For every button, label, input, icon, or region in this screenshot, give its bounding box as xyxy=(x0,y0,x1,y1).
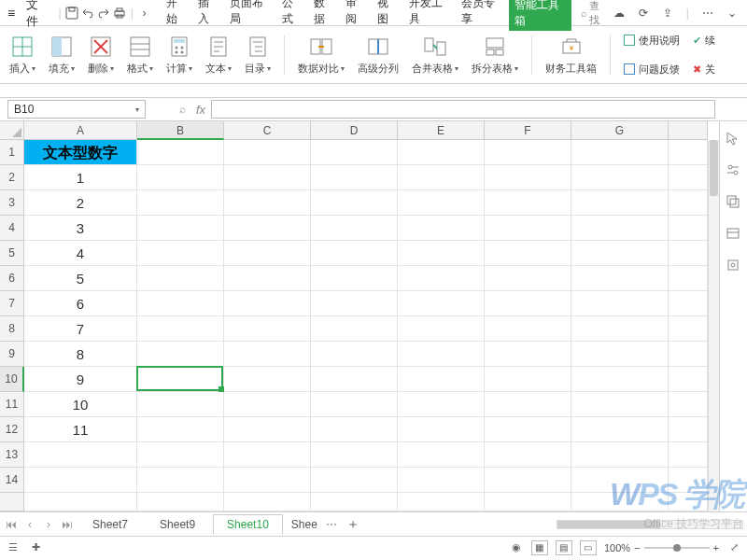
cell[interactable] xyxy=(224,342,311,367)
ribbon-split-col[interactable]: 高级分列 xyxy=(354,34,402,76)
cell-B1[interactable] xyxy=(137,140,224,165)
cell[interactable] xyxy=(398,190,485,216)
cell[interactable] xyxy=(224,266,311,291)
cell[interactable] xyxy=(571,291,669,316)
cell[interactable] xyxy=(311,493,398,511)
tab-layout[interactable]: 页面布局 xyxy=(224,0,276,31)
cell[interactable] xyxy=(137,190,224,216)
ribbon-text[interactable]: 文本▾ xyxy=(202,34,235,76)
tab-smart-toolbox[interactable]: 智能工具箱 xyxy=(509,0,571,31)
cell-A1[interactable]: 文本型数字 xyxy=(24,140,137,165)
sync-icon[interactable]: ⟳ xyxy=(636,6,651,21)
cell[interactable] xyxy=(137,241,224,266)
row-header-2[interactable]: 2 xyxy=(0,165,24,190)
redo-icon[interactable] xyxy=(97,6,111,21)
sheet-tab[interactable]: Sheet7 xyxy=(78,514,142,535)
eye-icon[interactable]: ◉ xyxy=(509,540,524,555)
dropdown-icon[interactable]: ⌄ xyxy=(725,6,740,21)
cell[interactable] xyxy=(137,216,224,241)
feedback-link[interactable]: 问题反馈 xyxy=(624,57,680,82)
cell[interactable] xyxy=(669,493,708,511)
zoom-slider[interactable] xyxy=(644,547,710,549)
ribbon-fill[interactable]: 填充▾ xyxy=(45,34,78,76)
cell[interactable] xyxy=(485,442,571,468)
cell[interactable] xyxy=(224,241,311,266)
cell[interactable] xyxy=(571,417,669,442)
cell[interactable] xyxy=(485,468,571,493)
cell[interactable] xyxy=(137,468,224,493)
cell[interactable] xyxy=(311,468,398,493)
cell[interactable] xyxy=(398,468,485,493)
row-header-13[interactable]: 13 xyxy=(0,442,24,468)
row-header-9[interactable]: 9 xyxy=(0,342,24,367)
cell[interactable] xyxy=(485,266,571,291)
layers-icon[interactable] xyxy=(726,194,742,211)
cell[interactable] xyxy=(398,342,485,367)
row-header-1[interactable]: 1 xyxy=(0,140,24,165)
cell[interactable] xyxy=(669,316,708,342)
save-icon[interactable] xyxy=(65,6,79,21)
cell-C1[interactable] xyxy=(224,140,311,165)
cell[interactable] xyxy=(137,442,224,468)
col-header-F[interactable]: F xyxy=(485,121,571,140)
cell[interactable] xyxy=(669,241,708,266)
cell[interactable] xyxy=(311,266,398,291)
cell[interactable] xyxy=(311,367,398,392)
cursor-icon[interactable] xyxy=(726,131,742,147)
cell[interactable] xyxy=(398,291,485,316)
hamburger-icon[interactable]: ≡ xyxy=(4,6,19,21)
sheet-tab[interactable]: Sheet9 xyxy=(146,514,209,535)
cell[interactable] xyxy=(224,468,311,493)
cell[interactable] xyxy=(571,442,669,468)
cloud-icon[interactable]: ☁ xyxy=(612,6,627,21)
formula-input[interactable] xyxy=(211,100,715,119)
cell[interactable] xyxy=(224,190,311,216)
cell[interactable] xyxy=(485,392,571,417)
more-icon[interactable]: ⋯ xyxy=(700,6,715,21)
cell[interactable] xyxy=(224,442,311,468)
zoom-out[interactable]: − xyxy=(634,542,640,553)
cell[interactable] xyxy=(311,316,398,342)
vertical-scrollbar[interactable] xyxy=(708,140,719,511)
row-header-6[interactable]: 6 xyxy=(0,266,24,291)
chevron-down-icon[interactable]: ▾ xyxy=(135,105,139,114)
cell[interactable] xyxy=(669,266,708,291)
zoom-slider-thumb[interactable] xyxy=(673,544,681,552)
cell[interactable] xyxy=(398,367,485,392)
view-page[interactable]: ▤ xyxy=(556,540,572,555)
sheet-tab[interactable]: Shee xyxy=(287,514,322,535)
col-header-B[interactable]: B xyxy=(137,121,224,140)
tab-data[interactable]: 数据 xyxy=(308,0,340,31)
ribbon-merge-table[interactable]: 合并表格▾ xyxy=(408,34,462,76)
cell-A8[interactable]: 7 xyxy=(24,316,137,342)
cell[interactable] xyxy=(485,367,571,392)
list-icon[interactable]: ☰ xyxy=(6,540,21,555)
cell[interactable] xyxy=(571,367,669,392)
cell[interactable] xyxy=(485,417,571,442)
cell[interactable] xyxy=(571,392,669,417)
cell[interactable] xyxy=(485,316,571,342)
cell[interactable] xyxy=(669,392,708,417)
name-box[interactable]: B10 ▾ xyxy=(7,100,146,119)
cell[interactable] xyxy=(311,241,398,266)
cell[interactable] xyxy=(224,316,311,342)
cell[interactable] xyxy=(24,442,137,468)
col-header-E[interactable]: E xyxy=(398,121,485,140)
cell[interactable] xyxy=(311,216,398,241)
cell[interactable] xyxy=(137,392,224,417)
close-link[interactable]: ✖关 xyxy=(693,57,715,82)
cell[interactable] xyxy=(669,165,708,190)
cell[interactable] xyxy=(311,392,398,417)
cell-A3[interactable]: 2 xyxy=(24,190,137,216)
tab-review[interactable]: 审阅 xyxy=(340,0,372,31)
search-box[interactable]: ⌕ 查找 xyxy=(581,0,608,27)
cell-F1[interactable] xyxy=(485,140,571,165)
tab-formula[interactable]: 公式 xyxy=(276,0,308,31)
sheet-tab-active[interactable]: Sheet10 xyxy=(213,514,283,535)
cell[interactable] xyxy=(669,367,708,392)
cell[interactable] xyxy=(398,316,485,342)
view-normal[interactable]: ▦ xyxy=(531,540,548,555)
cell[interactable] xyxy=(669,291,708,316)
cell[interactable] xyxy=(311,190,398,216)
sheet-nav-first[interactable]: ⏮ xyxy=(4,518,19,531)
